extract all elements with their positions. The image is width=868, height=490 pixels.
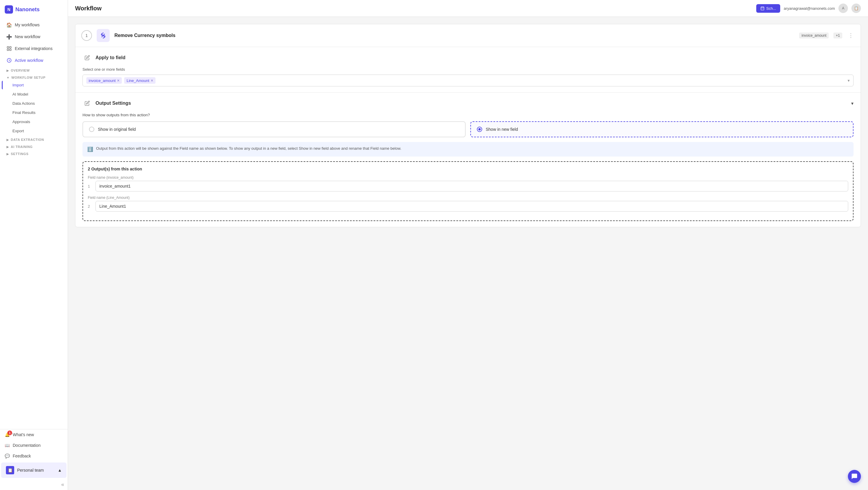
workflow-step-card: 1 Remove Currency symbols invoice_amount… <box>75 24 861 227</box>
section-label: OVERVIEW <box>11 69 30 72</box>
field-num-2: 2 <box>88 204 93 209</box>
field-tag-label: invoice_amount <box>89 79 116 83</box>
info-icon: ℹ️ <box>87 146 93 153</box>
feedback-label: Feedback <box>13 454 31 458</box>
main-content: Workflow Sch... aryanagrawal@nanonets.co… <box>68 0 868 490</box>
step-header: 1 Remove Currency symbols invoice_amount… <box>75 24 861 47</box>
radio-new-label: Show in new field <box>486 127 518 132</box>
output-field-row-1: Field name (invoice_amount) 1 <box>88 175 848 192</box>
svg-rect-2 <box>7 49 8 51</box>
sidebar-documentation[interactable]: 📖 Documentation <box>0 440 68 451</box>
output-question: How to show outputs from this action? <box>83 113 854 117</box>
field-tag-line-amount: Line_Amount × <box>124 77 156 84</box>
plus-icon: ➕ <box>6 34 12 39</box>
chat-support-button[interactable] <box>848 470 861 483</box>
step-more-button[interactable]: ⋮ <box>847 31 855 40</box>
sidebar-sub-final-results[interactable]: Final Results <box>2 108 66 117</box>
field-row-label-1: Field name (invoice_amount) <box>88 175 848 180</box>
sidebar-sub-approvals[interactable]: Approvals <box>2 117 66 126</box>
chevron-down-icon: ▼ <box>6 76 10 79</box>
info-text: Output from this action will be shown ag… <box>96 146 401 153</box>
svg-rect-0 <box>7 47 8 48</box>
svg-rect-5 <box>761 7 764 10</box>
step-tag-plus: +1 <box>833 33 842 38</box>
chevron-right-icon: ▶ <box>6 138 9 141</box>
info-box: ℹ️ Output from this action will be shown… <box>83 142 854 156</box>
documentation-label: Documentation <box>13 443 40 448</box>
notifications-button[interactable]: 📋 <box>851 4 861 13</box>
sidebar-item-new-workflow[interactable]: ➕ New workflow <box>2 31 66 42</box>
sidebar-sub-import[interactable]: Import <box>2 81 66 89</box>
sidebar-item-my-workflows[interactable]: 🏠 My workflows <box>2 19 66 30</box>
user-avatar[interactable]: A <box>838 4 848 13</box>
team-label: Personal team <box>17 468 55 472</box>
section-label: SETTINGS <box>11 152 29 156</box>
app-logo[interactable]: N Nanonets <box>0 0 68 19</box>
chevron-right-icon: ▶ <box>6 69 9 72</box>
sidebar-item-active-workflow[interactable]: Active workflow <box>2 55 66 66</box>
schedule-button[interactable]: Sch... <box>756 4 780 13</box>
user-email: aryanagrawal@nanonets.com <box>784 6 835 11</box>
radio-new-circle <box>477 127 482 132</box>
field-tag-invoice: invoice_amount × <box>86 77 122 84</box>
sidebar-sub-data-actions[interactable]: Data Actions <box>2 99 66 108</box>
sidebar: N Nanonets 🏠 My workflows ➕ New workflow… <box>0 0 68 490</box>
app-name: Nanonets <box>16 6 40 13</box>
field-input-1[interactable] <box>95 181 848 192</box>
chevron-right-icon: ▶ <box>6 152 9 156</box>
field-select[interactable]: invoice_amount × Line_Amount × ▾ <box>83 75 854 86</box>
page-title: Workflow <box>75 5 102 12</box>
section-settings-toggle[interactable]: ▶ SETTINGS <box>0 150 68 157</box>
section-workflow-setup-toggle[interactable]: ▼ WORKFLOW SETUP <box>0 74 68 81</box>
apply-to-field-section: Apply to field Select one or more fields… <box>75 47 861 92</box>
output-settings-section: Output Settings ▾ How to show outputs fr… <box>75 93 861 227</box>
field-row-input-wrap-1: 1 <box>88 181 848 192</box>
currency-icon <box>100 32 106 39</box>
sidebar-whats-new[interactable]: 🔔 1 What's new <box>0 429 68 440</box>
sidebar-item-external-integrations[interactable]: External integrations <box>2 43 66 54</box>
schedule-btn-label: Sch... <box>766 6 776 11</box>
step-tag-invoice: invoice_amount <box>799 33 829 38</box>
edit-icon <box>83 53 92 62</box>
sidebar-item-label: New workflow <box>15 34 40 39</box>
section-label: AI TRAINING <box>11 145 33 148</box>
apply-to-field-title: Apply to field <box>95 55 125 60</box>
sidebar-sub-export[interactable]: Export <box>2 127 66 135</box>
edit-icon-2 <box>83 98 92 108</box>
book-icon: 📖 <box>5 443 10 448</box>
section-label: WORKFLOW SETUP <box>11 76 45 79</box>
active-workflow-icon <box>6 58 12 63</box>
sidebar-item-label: My workflows <box>15 23 40 27</box>
team-chevron-icon: ▲ <box>58 468 62 472</box>
topbar: Workflow Sch... aryanagrawal@nanonets.co… <box>68 0 868 17</box>
section-data-extraction-toggle[interactable]: ▶ DATA EXTRACTION <box>0 136 68 143</box>
step-icon-box <box>97 29 110 42</box>
section-overview-toggle[interactable]: ▶ OVERVIEW <box>0 66 68 74</box>
remove-invoice-button[interactable]: × <box>117 78 119 83</box>
field-row-input-wrap-2: 2 <box>88 201 848 211</box>
integrations-icon <box>6 46 12 51</box>
svg-rect-1 <box>10 47 11 48</box>
output-settings-header[interactable]: Output Settings ▾ <box>83 98 854 108</box>
collapse-sidebar-button[interactable]: « <box>0 479 68 490</box>
section-ai-training-toggle[interactable]: ▶ AI TRAINING <box>0 143 68 150</box>
radio-new-field[interactable]: Show in new field <box>470 121 854 137</box>
notification-badge: 1 <box>7 431 12 435</box>
radio-original-field[interactable]: Show in original field <box>83 121 466 137</box>
select-fields-label: Select one or more fields <box>83 67 854 71</box>
apply-to-field-header: Apply to field <box>83 53 854 62</box>
personal-team-item[interactable]: 📋 Personal team ▲ <box>1 462 66 478</box>
dropdown-arrow-icon: ▾ <box>847 78 850 83</box>
outputs-box: 2 Output(s) from this action Field name … <box>83 161 854 221</box>
field-input-2[interactable] <box>95 201 848 211</box>
field-tag-label: Line_Amount <box>127 79 149 83</box>
remove-line-amount-button[interactable]: × <box>151 78 153 83</box>
outputs-title: 2 Output(s) from this action <box>88 167 848 171</box>
collapse-icon: « <box>61 482 64 488</box>
content-area: 1 Remove Currency symbols invoice_amount… <box>68 17 868 490</box>
output-field-row-2: Field name (Line_Amount) 2 <box>88 196 848 211</box>
sidebar-feedback[interactable]: 💬 Feedback <box>0 451 68 461</box>
svg-rect-3 <box>10 49 11 51</box>
sidebar-sub-ai-model[interactable]: AI Model <box>2 90 66 98</box>
output-settings-chevron-icon: ▾ <box>851 100 854 106</box>
